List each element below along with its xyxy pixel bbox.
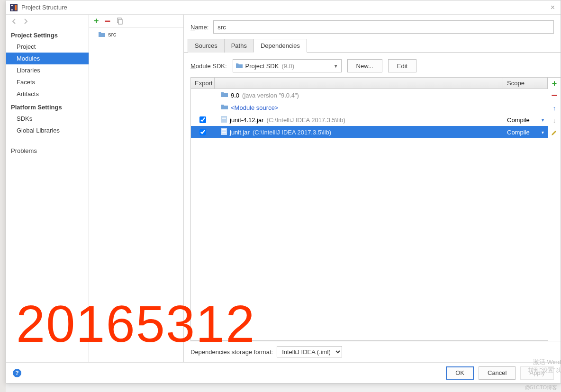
- edit-sdk-button[interactable]: Edit: [388, 59, 416, 72]
- sdk-value: Project SDK: [245, 62, 279, 70]
- section-header-platform: Platform Settings: [6, 100, 89, 113]
- dependency-name: <Module source>: [231, 104, 278, 111]
- sdk-version: (9.0): [281, 62, 294, 70]
- nav-facets[interactable]: Facets: [6, 76, 89, 88]
- svg-rect-2: [11, 9, 13, 10]
- dependency-name: junit-4.12.jar: [230, 116, 264, 124]
- titlebar: Project Structure ×: [6, 0, 561, 15]
- dialog-footer: ? OK Cancel Apply: [6, 362, 561, 383]
- remove-module-icon[interactable]: −: [105, 19, 111, 24]
- nav-problems[interactable]: Problems: [6, 145, 89, 157]
- copy-module-icon[interactable]: [116, 18, 124, 25]
- app-icon: [10, 4, 18, 11]
- table-row[interactable]: 9.0 (java version "9.0.4"): [191, 89, 548, 101]
- edit-dependency-icon[interactable]: [551, 129, 558, 136]
- ok-button[interactable]: OK: [446, 366, 474, 380]
- svg-rect-5: [118, 19, 122, 24]
- jar-icon: [221, 128, 227, 136]
- table-header: Export Scope: [191, 78, 548, 89]
- nav-global-libraries[interactable]: Global Libraries: [6, 125, 89, 136]
- jar-icon: [221, 116, 227, 124]
- sdk-icon: [221, 92, 228, 99]
- table-row[interactable]: junit-4.12.jar (C:\IntelliJ IDEA 2017.3.…: [191, 114, 548, 126]
- close-icon[interactable]: ×: [549, 3, 557, 12]
- add-module-icon[interactable]: +: [94, 16, 99, 26]
- nav-artifacts[interactable]: Artifacts: [6, 88, 89, 100]
- svg-rect-1: [11, 5, 13, 6]
- export-checkbox[interactable]: [199, 116, 206, 123]
- storage-format-select[interactable]: IntelliJ IDEA (.iml): [277, 346, 342, 357]
- module-sdk-select[interactable]: Project SDK (9.0) ▼: [233, 59, 342, 72]
- nav-modules[interactable]: Modules: [6, 53, 89, 64]
- remove-dependency-icon[interactable]: −: [551, 92, 558, 99]
- folder-icon: [221, 104, 228, 111]
- module-name: src: [108, 31, 116, 38]
- apply-button[interactable]: Apply: [520, 366, 554, 380]
- name-input[interactable]: [213, 20, 554, 34]
- background-window-fragment: [0, 383, 561, 392]
- sidebar-nav-toolbar: [6, 15, 89, 28]
- col-name: [215, 78, 503, 89]
- dependency-side-toolbar: + − ↑ ↓: [548, 78, 561, 341]
- dependency-detail: (C:\IntelliJ IDEA 2017.3.5\lib): [267, 116, 345, 124]
- dependency-name: junit.jar: [230, 129, 250, 136]
- back-icon[interactable]: [11, 18, 18, 25]
- svg-rect-7: [222, 117, 226, 117]
- col-scope[interactable]: Scope: [503, 78, 548, 89]
- nav-project[interactable]: Project: [6, 41, 89, 53]
- svg-rect-11: [222, 129, 226, 130]
- svg-rect-3: [15, 5, 17, 10]
- dependencies-table: Export Scope 9.0 (java version "9.0.4")<…: [190, 78, 548, 341]
- project-structure-dialog: Project Structure × Project Settings Pro…: [6, 0, 561, 383]
- section-header-project: Project Settings: [6, 28, 89, 41]
- tabs: Sources Paths Dependencies: [184, 38, 561, 53]
- tab-sources[interactable]: Sources: [188, 39, 225, 53]
- nav-sdks[interactable]: SDKs: [6, 113, 89, 125]
- main-panel: Name: Sources Paths Dependencies Module …: [184, 15, 561, 362]
- cancel-button[interactable]: Cancel: [479, 366, 516, 380]
- scope-cell[interactable]: Compile▾: [503, 129, 548, 136]
- dependency-detail: (java version "9.0.4"): [242, 92, 299, 99]
- add-dependency-icon[interactable]: +: [551, 80, 558, 87]
- svg-rect-12: [222, 131, 226, 131]
- module-toolbar: + −: [89, 15, 183, 28]
- table-row[interactable]: <Module source>: [191, 101, 548, 114]
- sidebar: Project Settings Project Modules Librari…: [6, 15, 89, 362]
- new-sdk-button[interactable]: New...: [347, 59, 382, 72]
- col-export[interactable]: Export: [191, 78, 215, 89]
- svg-rect-13: [222, 132, 226, 133]
- help-icon[interactable]: ?: [13, 369, 21, 377]
- name-label: Name:: [190, 24, 208, 31]
- module-list-panel: + − src: [89, 15, 184, 362]
- folder-icon: [99, 32, 105, 37]
- window-title: Project Structure: [21, 4, 549, 11]
- move-up-icon[interactable]: ↑: [551, 104, 558, 112]
- folder-icon: [236, 63, 243, 69]
- svg-rect-8: [222, 118, 226, 119]
- module-sdk-label: Module SDK:: [190, 62, 227, 70]
- table-row[interactable]: junit.jar (C:\IntelliJ IDEA 2017.3.5\lib…: [191, 126, 548, 138]
- forward-icon[interactable]: [22, 18, 29, 25]
- module-item-src[interactable]: src: [89, 28, 183, 41]
- dependency-detail: (C:\IntelliJ IDEA 2017.3.5\lib): [253, 129, 331, 136]
- nav-libraries[interactable]: Libraries: [6, 64, 89, 76]
- dependency-name: 9.0: [231, 92, 239, 99]
- svg-rect-9: [222, 120, 226, 120]
- scope-cell[interactable]: Compile▾: [503, 116, 548, 124]
- storage-format-label: Dependencies storage format:: [190, 348, 273, 356]
- tab-dependencies[interactable]: Dependencies: [253, 39, 307, 53]
- move-down-icon[interactable]: ↓: [551, 116, 558, 124]
- export-checkbox[interactable]: [199, 129, 206, 135]
- chevron-down-icon: ▼: [334, 63, 338, 69]
- tab-paths[interactable]: Paths: [224, 39, 254, 53]
